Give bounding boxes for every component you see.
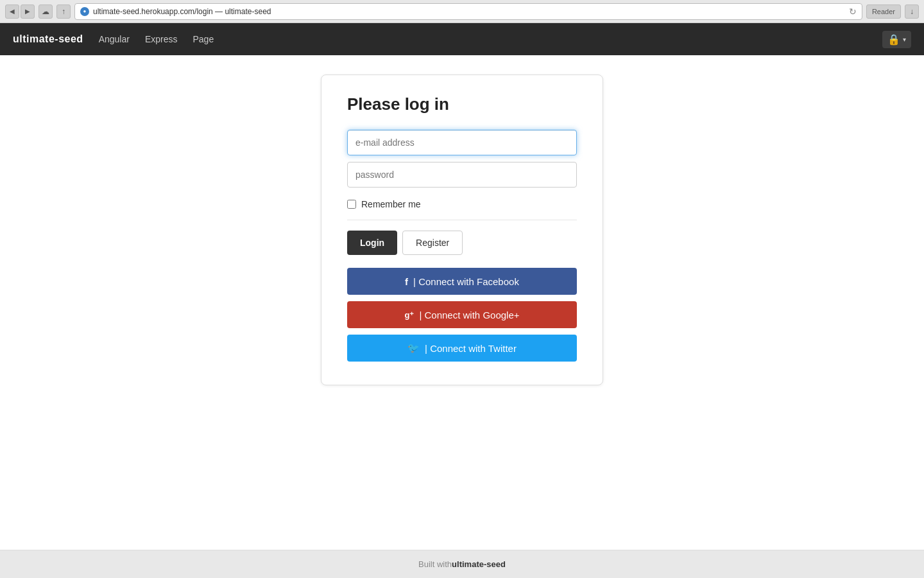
navbar-right: 🔒 ▾ bbox=[882, 31, 911, 48]
footer-prefix: Built with bbox=[418, 559, 452, 569]
download-icon: ↓ bbox=[910, 7, 914, 16]
url-text: ultimate-seed.herokuapp.com/login — ulti… bbox=[93, 7, 845, 16]
navbar-left: ultimate-seed Angular Express Page bbox=[13, 33, 214, 45]
browser-chrome: ◀ ▶ ☁ ↑ ● ultimate-seed.herokuapp.com/lo… bbox=[0, 0, 924, 23]
facebook-icon: f bbox=[405, 276, 408, 287]
forward-icon: ▶ bbox=[25, 8, 30, 15]
footer: Built with ultimate-seed bbox=[0, 550, 924, 578]
nav-link-page[interactable]: Page bbox=[193, 34, 214, 44]
address-bar[interactable]: ● ultimate-seed.herokuapp.com/login — ul… bbox=[74, 3, 862, 20]
facebook-connect-button[interactable]: f | Connect with Facebook bbox=[347, 268, 577, 295]
back-button[interactable]: ◀ bbox=[5, 4, 19, 19]
main-content: Please log in Remember me Login Register… bbox=[0, 55, 924, 550]
twitter-label: | Connect with Twitter bbox=[425, 343, 517, 354]
caret-icon: ▾ bbox=[903, 36, 906, 43]
auth-buttons: Login Register bbox=[347, 231, 577, 255]
divider bbox=[347, 220, 577, 220]
remember-label[interactable]: Remember me bbox=[361, 199, 421, 209]
forward-button[interactable]: ▶ bbox=[21, 4, 35, 19]
login-title: Please log in bbox=[347, 94, 577, 114]
cloud-button[interactable]: ☁ bbox=[38, 4, 53, 19]
nav-link-angular[interactable]: Angular bbox=[99, 34, 130, 44]
login-card: Please log in Remember me Login Register… bbox=[321, 74, 603, 385]
download-button[interactable]: ↓ bbox=[905, 4, 919, 19]
share-icon: ↑ bbox=[62, 7, 65, 16]
google-label: | Connect with Google+ bbox=[419, 310, 519, 320]
navbar-brand: ultimate-seed bbox=[13, 33, 83, 45]
lock-menu-button[interactable]: 🔒 ▾ bbox=[882, 31, 911, 48]
browser-nav: ◀ ▶ bbox=[5, 4, 35, 19]
password-input[interactable] bbox=[347, 162, 577, 188]
favicon: ● bbox=[80, 7, 89, 16]
back-icon: ◀ bbox=[10, 8, 15, 15]
google-connect-button[interactable]: g⁺ | Connect with Google+ bbox=[347, 301, 577, 328]
twitter-connect-button[interactable]: 🐦 | Connect with Twitter bbox=[347, 335, 577, 362]
email-input[interactable] bbox=[347, 130, 577, 155]
google-icon: g⁺ bbox=[404, 310, 414, 320]
social-buttons: f | Connect with Facebook g⁺ | Connect w… bbox=[347, 268, 577, 362]
footer-brand: ultimate-seed bbox=[452, 559, 506, 569]
reader-button[interactable]: Reader bbox=[866, 4, 901, 19]
login-button[interactable]: Login bbox=[347, 231, 397, 255]
remember-checkbox[interactable] bbox=[347, 200, 356, 209]
reload-button[interactable]: ↻ bbox=[849, 6, 857, 17]
lock-icon: 🔒 bbox=[887, 33, 900, 46]
navbar: ultimate-seed Angular Express Page 🔒 ▾ bbox=[0, 23, 924, 55]
twitter-icon: 🐦 bbox=[407, 342, 420, 354]
share-button[interactable]: ↑ bbox=[56, 4, 71, 19]
facebook-label: | Connect with Facebook bbox=[413, 276, 519, 287]
cloud-icon: ☁ bbox=[42, 7, 49, 16]
register-button[interactable]: Register bbox=[402, 231, 463, 255]
remember-me-row: Remember me bbox=[347, 199, 577, 209]
nav-link-express[interactable]: Express bbox=[145, 34, 178, 44]
